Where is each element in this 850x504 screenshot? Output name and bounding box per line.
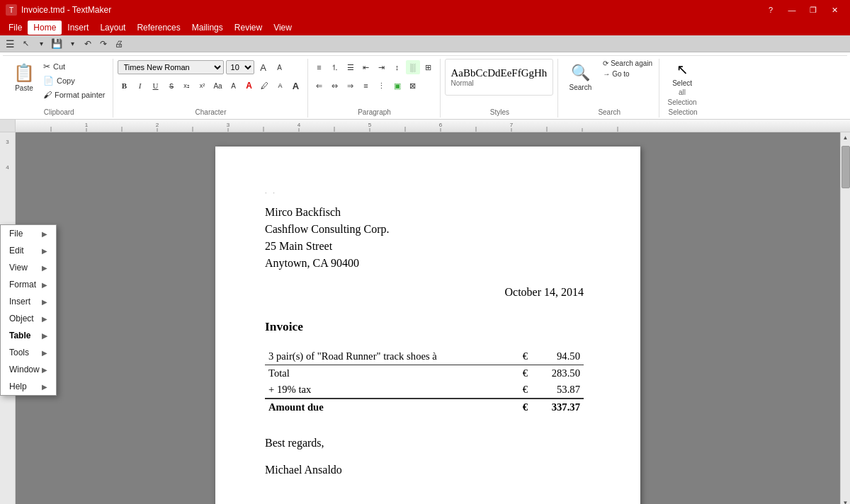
paste-button[interactable]: 📋 Paste <box>8 59 40 96</box>
menu-review[interactable]: Review <box>229 21 268 35</box>
bold-btn[interactable]: B <box>118 79 132 93</box>
copy-button[interactable]: 📄 Copy <box>40 74 108 87</box>
qa-undo[interactable]: ↶ <box>81 38 95 50</box>
italic-btn[interactable]: I <box>133 79 147 93</box>
search-again-label: Search again <box>611 59 652 67</box>
indent-decrease-btn[interactable]: ⇤ <box>359 60 373 74</box>
font-shrink-btn[interactable]: A <box>273 60 287 74</box>
clipboard-group-content: 📋 Paste ✂ Cut 📄 Copy 🖌 Format painter <box>8 59 108 106</box>
scroll-down-arrow[interactable]: ▼ <box>841 498 851 504</box>
ctx-help[interactable]: Help ▶ <box>1 378 56 395</box>
font-size-select[interactable]: 10 <box>226 60 254 74</box>
svg-text:5: 5 <box>368 122 372 128</box>
ctx-window[interactable]: Window ▶ <box>1 361 56 378</box>
qa-new[interactable]: ☰ <box>3 38 17 50</box>
qa-print[interactable]: 🖨 <box>112 38 126 50</box>
font-color-btn[interactable]: A <box>242 79 256 93</box>
invoice-desc-due: Amount due <box>265 399 518 416</box>
scroll-up-arrow[interactable]: ▲ <box>841 132 851 142</box>
menu-mailings[interactable]: Mailings <box>186 21 229 35</box>
ctx-edit-label: Edit <box>9 246 24 256</box>
svg-text:7: 7 <box>510 122 514 128</box>
ctx-table[interactable]: Table ▶ <box>1 327 56 344</box>
ctx-object-label: Object <box>9 314 34 323</box>
cut-button[interactable]: ✂ Cut <box>40 60 108 73</box>
qa-dropdown[interactable]: ▾ <box>34 38 48 50</box>
superscript-btn[interactable]: x² <box>196 79 210 93</box>
qa-save[interactable]: 💾 <box>50 38 64 50</box>
font-size-small-btn[interactable]: A <box>273 79 288 93</box>
ctx-insert-arrow: ▶ <box>42 298 47 306</box>
menu-insert[interactable]: Insert <box>62 21 94 35</box>
ctx-view[interactable]: View ▶ <box>1 259 56 276</box>
menu-home[interactable]: Home <box>28 21 62 35</box>
para-marks-btn[interactable]: ⊠ <box>406 79 420 93</box>
qa-redo[interactable]: ↷ <box>96 38 110 50</box>
ctx-file-label: File <box>9 229 23 239</box>
styles-group-label: Styles <box>442 108 558 116</box>
menu-references[interactable]: References <box>131 21 186 35</box>
ctx-insert[interactable]: Insert ▶ <box>1 293 56 310</box>
scroll-thumb[interactable] <box>842 146 850 188</box>
ruler-num-4: 4 <box>0 165 15 171</box>
numbering-btn[interactable]: ⒈ <box>328 60 342 74</box>
menu-file[interactable]: File <box>3 21 28 35</box>
font-select[interactable]: Times New Roman <box>118 60 224 74</box>
styles-box[interactable]: AaBbCcDdEeFfGgHh Normal <box>445 59 554 96</box>
bullets-btn[interactable]: ≡ <box>312 60 327 74</box>
menu-layout[interactable]: Layout <box>94 21 131 35</box>
title-bar-left: T Invoice.tmd - TextMaker <box>6 4 111 16</box>
invoice-row-tax: + 19% tax € 53.87 <box>265 382 584 399</box>
ctx-format[interactable]: Format ▶ <box>1 276 56 293</box>
invoice-currency-tax: € <box>518 382 532 399</box>
selection-group-label: Selection <box>661 108 705 116</box>
scroll-track[interactable] <box>841 142 851 498</box>
align-right-btn[interactable]: ⇒ <box>344 79 358 93</box>
text-color2-btn[interactable]: ▣ <box>390 79 404 93</box>
invoice-amount-1: 94.50 <box>532 348 584 365</box>
format-painter-button[interactable]: 🖌 Format painter <box>40 88 108 101</box>
outline-btn[interactable]: ☰ <box>344 60 358 74</box>
font-grow-btn[interactable]: A <box>256 60 271 74</box>
paste-label: Paste <box>15 84 33 92</box>
qa-pointer[interactable]: ↖ <box>18 38 33 50</box>
minimize-btn[interactable]: — <box>782 3 802 17</box>
menu-view[interactable]: View <box>268 21 298 35</box>
restore-btn[interactable]: ❐ <box>803 3 823 17</box>
close-btn[interactable]: ✕ <box>824 3 844 17</box>
strikethrough-btn[interactable]: S̶ <box>164 79 178 93</box>
goto-btn[interactable]: → Go to <box>601 69 654 79</box>
highlight-btn[interactable]: 🖊 <box>258 79 272 93</box>
invoice-currency-1: € <box>518 348 532 365</box>
shading-btn[interactable]: ░ <box>406 60 420 74</box>
ctx-insert-label: Insert <box>9 297 30 307</box>
selection-sub-label: Selection <box>668 98 697 106</box>
align-center-btn[interactable]: ⇔ <box>328 79 342 93</box>
ctx-edit[interactable]: Edit ▶ <box>1 242 56 259</box>
ctx-tools[interactable]: Tools ▶ <box>1 344 56 361</box>
sender-name: Mirco Backfisch <box>265 204 584 221</box>
ctx-file[interactable]: File ▶ <box>1 225 56 242</box>
subscript-btn[interactable]: x₂ <box>180 79 194 93</box>
search-button[interactable]: 🔍 Search <box>562 59 598 96</box>
help-btn[interactable]: ? <box>761 3 781 17</box>
clear-format-btn[interactable]: A <box>227 79 241 93</box>
case-btn[interactable]: Aa <box>211 79 225 93</box>
ctx-object[interactable]: Object ▶ <box>1 310 56 327</box>
columns-btn[interactable]: ⋮ <box>375 79 389 93</box>
sender-company: Cashflow Consulting Corp. <box>265 221 584 238</box>
select-button[interactable]: ↖ Select all <box>664 60 701 97</box>
document-scroll-area[interactable]: · · Mirco Backfisch Cashflow Consulting … <box>16 132 840 504</box>
font-size-large-btn[interactable]: A <box>289 79 303 93</box>
format-painter-label: Format painter <box>55 91 106 99</box>
underline-btn[interactable]: U <box>149 79 163 93</box>
search-again-btn[interactable]: ⟳ Search again <box>601 59 654 68</box>
justify-btn[interactable]: ≡ <box>359 79 373 93</box>
indent-increase-btn[interactable]: ⇥ <box>375 60 389 74</box>
borders-btn[interactable]: ⊞ <box>421 60 436 74</box>
line-spacing-btn[interactable]: ↕ <box>390 60 404 74</box>
align-left-btn[interactable]: ⇐ <box>312 79 327 93</box>
qa-dropdown2[interactable]: ▾ <box>65 38 79 50</box>
invoice-amount-total: 283.50 <box>532 365 584 382</box>
invoice-amount-tax: 53.87 <box>532 382 584 399</box>
